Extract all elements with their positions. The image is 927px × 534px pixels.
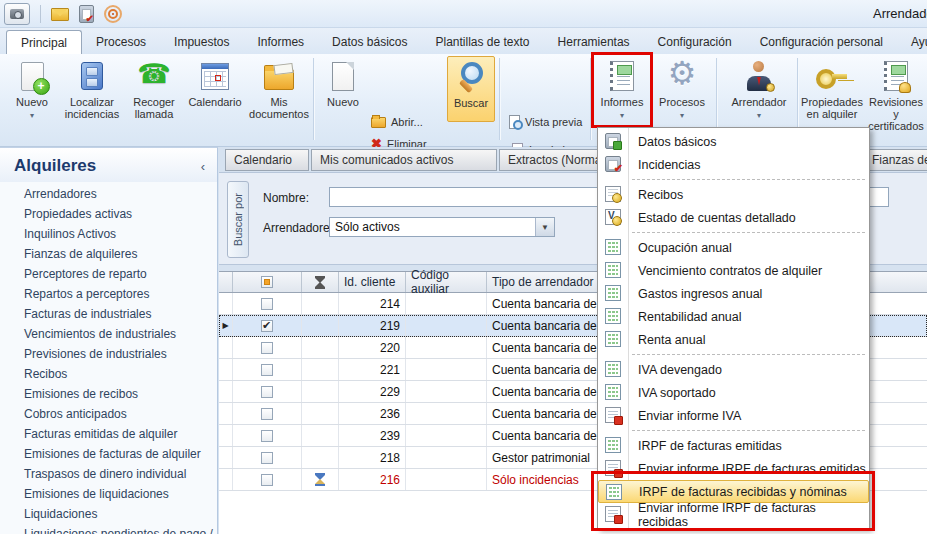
doc-tab-calendario[interactable]: Calendario	[225, 149, 309, 171]
row-checkbox[interactable]	[261, 386, 273, 398]
ribbon-tab-configuracion[interactable]: Configuración	[644, 30, 746, 54]
ribbon-tab-datos-basicos[interactable]: Datos básicos	[318, 30, 421, 54]
sidebar-item-arrendadores[interactable]: Arrendadores	[0, 184, 217, 204]
send-report-icon	[605, 460, 621, 476]
ribbon-tab-herramientas[interactable]: Herramientas	[544, 30, 644, 54]
select-all-checkbox[interactable]	[261, 276, 273, 288]
doc-tab-fianzas[interactable]: Fianzas de a	[863, 149, 927, 171]
menu-item-rentabilidad-anual[interactable]: Rentabilidad anual	[598, 305, 869, 328]
broadcast-icon[interactable]	[104, 5, 122, 23]
bell-icon	[899, 82, 911, 93]
sidebar-item-facturas-emitidas[interactable]: Facturas emitidas de alquiler	[0, 424, 217, 444]
propiedades-en-alquiler-button[interactable]: Propiedades en alquiler	[801, 56, 863, 120]
menu-item-recibos[interactable]: Recibos	[598, 183, 869, 206]
arrendadores-selected-value: Sólo activos	[330, 220, 535, 234]
cell-id: 214	[339, 293, 406, 314]
ribbon-tab-plantillas[interactable]: Plantillas de texto	[421, 30, 543, 54]
menu-item-enviar-irpf-recibidas[interactable]: Enviar informe IRPF de facturas recibida…	[598, 503, 869, 526]
clipboard-report-icon	[605, 133, 621, 149]
sidebar-item-vencimientos-industriales[interactable]: Vencimientos de industriales	[0, 324, 217, 344]
sidebar-item-liquidaciones[interactable]: Liquidaciones	[0, 504, 217, 524]
id-cliente-header[interactable]: Id. cliente	[339, 272, 406, 292]
row-checkbox[interactable]	[261, 342, 273, 354]
blank-page-icon	[332, 62, 354, 91]
abrir-button[interactable]: Abrir...	[368, 112, 439, 132]
vista-previa-button[interactable]: Vista previa	[506, 112, 585, 132]
report-bell-icon	[884, 61, 908, 91]
mis-documentos-button[interactable]: Mis documentos	[248, 56, 310, 120]
menu-item-incidencias[interactable]: Incidencias	[598, 153, 869, 176]
sidebar-items: Arrendadores Propiedades activas Inquili…	[0, 184, 217, 534]
row-checkbox[interactable]	[261, 298, 273, 310]
row-checkbox[interactable]	[261, 452, 273, 464]
dropdown-button[interactable]: ▼	[535, 218, 554, 236]
informes-dropdown-menu: Datos básicos Incidencias Recibos Estado…	[597, 127, 870, 529]
cell-aux	[406, 337, 487, 358]
menu-item-enviar-informe-iva[interactable]: Enviar informe IVA	[598, 404, 869, 427]
codigo-auxiliar-header[interactable]: Código auxiliar	[406, 272, 487, 292]
menu-item-gastos-ingresos[interactable]: Gastos ingresos anual	[598, 282, 869, 305]
row-checkbox-checked[interactable]	[261, 320, 273, 332]
sidebar-item-emisiones-liquidaciones[interactable]: Emisiones de liquidaciones	[0, 484, 217, 504]
localizar-incidencias-button[interactable]: Localizar incidencias	[60, 56, 124, 120]
dropdown-arrow-icon: ▾	[620, 110, 624, 122]
arrendador-label: Arrendador	[731, 96, 786, 108]
report-table-icon	[605, 285, 621, 301]
app-menu-button[interactable]	[4, 3, 30, 25]
menu-item-iva-devengado[interactable]: IVA devengado	[598, 358, 869, 381]
calendario-button[interactable]: Calendario	[184, 56, 246, 108]
nuevo-registro-button[interactable]: Nuevo	[320, 56, 366, 108]
hourglass-column-header[interactable]	[302, 272, 339, 292]
arrendador-button[interactable]: Arrendador ▾	[724, 56, 794, 122]
row-checkbox[interactable]	[261, 408, 273, 420]
revisiones-certificados-button[interactable]: Revisiones y certificados	[865, 56, 927, 132]
menu-item-enviar-irpf-emitidas[interactable]: Enviar informe IRPF de facturas emitidas	[598, 457, 869, 480]
buscar-button[interactable]: Buscar	[447, 56, 495, 122]
row-checkbox[interactable]	[261, 430, 273, 442]
menu-item-vencimiento-contratos[interactable]: Vencimiento contratos de alquiler	[598, 259, 869, 282]
row-checkbox[interactable]	[261, 474, 273, 486]
informes-button[interactable]: Informes ▾	[596, 56, 648, 122]
send-report-icon	[605, 407, 621, 423]
menu-item-irpf-facturas-emitidas[interactable]: IRPF de facturas emitidas	[598, 434, 869, 457]
buscar-por-tab[interactable]: Buscar por	[227, 181, 249, 258]
ribbon-tab-impuestos[interactable]: Impuestos	[160, 30, 243, 54]
recoger-llamada-button[interactable]: Recoger llamada	[126, 56, 182, 120]
row-checkbox[interactable]	[261, 364, 273, 376]
sidebar-item-emisiones-recibos[interactable]: Emisiones de recibos	[0, 384, 217, 404]
menu-item-renta-anual[interactable]: Renta anual	[598, 328, 869, 351]
menu-item-estado-cuentas[interactable]: Estado de cuentas detallado	[598, 206, 869, 229]
sidebar-item-cobros-anticipados[interactable]: Cobros anticipados	[0, 404, 217, 424]
collapse-chevron-icon[interactable]: ‹	[201, 159, 205, 174]
ribbon-tab-ayuda[interactable]: Ayuda	[897, 30, 927, 54]
window-title: Arrendado	[873, 6, 927, 21]
menu-item-datos-basicos[interactable]: Datos básicos	[598, 130, 869, 153]
nuevo-button[interactable]: Nuevo ▾	[6, 56, 58, 122]
ribbon-tab-informes[interactable]: Informes	[243, 30, 318, 54]
new-document-icon	[21, 62, 44, 91]
procesos-button[interactable]: Procesos ▾	[654, 56, 710, 122]
sidebar-item-fianzas[interactable]: Fianzas de alquileres	[0, 244, 217, 264]
sidebar-item-perceptores[interactable]: Perceptores de reparto	[0, 264, 217, 284]
ribbon-tab-configuracion-personal[interactable]: Configuración personal	[746, 30, 897, 54]
menu-item-label: Rentabilidad anual	[638, 310, 742, 324]
sidebar-item-repartos[interactable]: Repartos a perceptores	[0, 284, 217, 304]
sidebar-item-facturas-industriales[interactable]: Facturas de industriales	[0, 304, 217, 324]
landlord-person-icon	[743, 61, 775, 92]
menu-item-ocupacion-anual[interactable]: Ocupación anual	[598, 236, 869, 259]
sidebar-item-traspasos[interactable]: Traspasos de dinero individual	[0, 464, 217, 484]
ribbon-tab-principal[interactable]: Principal	[6, 30, 82, 55]
sidebar-item-previsiones-industriales[interactable]: Previsiones de industriales	[0, 344, 217, 364]
doc-tab-mis-comunicados[interactable]: Mis comunicados activos	[311, 149, 497, 171]
mail-icon[interactable]	[51, 8, 69, 21]
sidebar-item-emisiones-facturas[interactable]: Emisiones de facturas de alquiler	[0, 444, 217, 464]
sidebar-item-inquilinos-activos[interactable]: Inquilinos Activos	[0, 224, 217, 244]
clipboard-check-icon[interactable]	[79, 5, 94, 23]
sidebar-item-recibos[interactable]: Recibos	[0, 364, 217, 384]
select-all-header[interactable]	[233, 272, 302, 292]
ribbon-tab-procesos[interactable]: Procesos	[82, 30, 160, 54]
sidebar-item-propiedades-activas[interactable]: Propiedades activas	[0, 204, 217, 224]
sidebar-item-liquidaciones-pendientes[interactable]: Liquidaciones pendientes de pago /...	[0, 524, 217, 534]
menu-item-iva-soportado[interactable]: IVA soportado	[598, 381, 869, 404]
arrendadores-select[interactable]: Sólo activos ▼	[329, 217, 555, 237]
